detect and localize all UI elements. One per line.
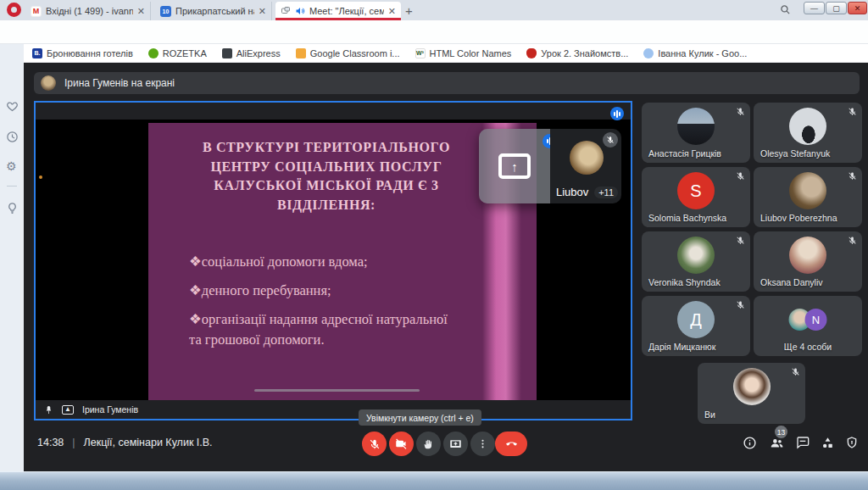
participant-name: Solomia Bachynska xyxy=(648,213,726,223)
mic-toggle-button[interactable] xyxy=(362,432,387,456)
avatar-initial: N xyxy=(805,309,827,331)
tab-search-icon[interactable] xyxy=(780,4,791,15)
sidebar-history-icon[interactable] xyxy=(6,131,19,143)
camera-toggle-button[interactable] xyxy=(389,432,414,456)
avatar xyxy=(789,108,826,145)
avatar-group: N xyxy=(789,301,827,338)
presenter-avatar xyxy=(41,75,56,91)
camera-tooltip: Увімкнути камеру (ctrl + e) xyxy=(359,409,481,426)
slide-bullet: ❖денного перебування; xyxy=(189,281,452,302)
sidebar-bookmarks-heart-icon[interactable] xyxy=(6,100,19,113)
avatar xyxy=(570,141,604,175)
mic-off-icon xyxy=(848,171,857,181)
tab-gmail[interactable]: M Вхідні (1 499) - ivanna.kuly ✕ xyxy=(25,2,151,20)
participant-name: Oksana Danyliv xyxy=(760,277,823,287)
participant-tile[interactable]: Д Дарія Мицканюк xyxy=(642,296,750,356)
avatar xyxy=(789,172,826,209)
participant-name: Liubov Poberezhna xyxy=(760,213,837,223)
sidebar-settings-gear-icon[interactable]: ⚙ xyxy=(6,159,17,173)
meeting-info: 14:38 | Лекції, семінари Кулик І.В. xyxy=(37,437,213,448)
chat-icon[interactable] xyxy=(796,436,810,449)
aliexpress-icon xyxy=(222,48,232,58)
participant-name: Liubov xyxy=(556,186,588,198)
activities-icon[interactable] xyxy=(821,436,835,450)
opera-logo-icon[interactable] xyxy=(7,3,21,17)
participant-tile[interactable]: S Solomia Bachynska xyxy=(642,167,750,227)
participant-tile[interactable]: Veronika Shyndak xyxy=(642,231,750,292)
bookmark-classroom[interactable]: Google Classroom i... xyxy=(296,48,400,58)
bookmark-lesson[interactable]: Урок 2. Знайомств... xyxy=(526,48,628,58)
pointer-dot xyxy=(39,175,42,179)
bookmark-rozetka[interactable]: ROZETKA xyxy=(148,48,207,58)
participant-thumbnail[interactable]: Liubov +11 xyxy=(550,129,621,203)
gmail-icon: M xyxy=(31,6,42,17)
bookmark-aliexpress[interactable]: AliExpress xyxy=(222,48,281,58)
window-close-button[interactable]: ✕ xyxy=(848,2,867,14)
slide-scroll-indicator xyxy=(254,389,420,392)
overflow-count-badge[interactable]: +11 xyxy=(594,187,618,198)
bookmark-ivanna[interactable]: Іванна Кулик - Goo... xyxy=(643,48,747,58)
avatar-initial: Д xyxy=(677,301,715,338)
address-bar: VPN meet.google.com/wgf-xjst-iua xyxy=(0,20,868,44)
sidebar-easy-setup-bulb-icon[interactable] xyxy=(6,202,19,214)
presentation-thumbnail[interactable]: ↑ xyxy=(479,129,550,203)
window-minimize-button[interactable]: — xyxy=(804,2,825,14)
participant-name: Дарія Мицканюк xyxy=(648,342,715,352)
window-maximize-button[interactable]: ▢ xyxy=(826,2,847,14)
tab-title: Прикарпатський національ xyxy=(175,6,254,16)
end-call-button[interactable] xyxy=(495,432,527,456)
tab-title: Meet: "Лекції, семінар xyxy=(309,6,384,16)
classroom-icon xyxy=(296,48,306,58)
thumbnail-overlay[interactable]: ↑ Liubov +11 xyxy=(479,129,621,203)
tab-close-icon[interactable]: ✕ xyxy=(388,6,396,17)
participant-tile[interactable]: Olesya Stefanyuk xyxy=(754,103,862,163)
windows-taskbar: e X W UK 14:37 10.05.2022 xyxy=(0,471,868,490)
rozetka-icon xyxy=(148,48,159,58)
tab-close-icon[interactable]: ✕ xyxy=(259,6,266,17)
meeting-title: Лекції, семінари Кулик І.В. xyxy=(84,437,213,448)
audio-playing-icon xyxy=(610,107,624,120)
avatar xyxy=(677,237,715,274)
slide-bullet-list: ❖соціальної допомоги вдома; ❖денного пер… xyxy=(189,252,452,359)
bookmark-w3-colors[interactable]: W³HTML Color Names xyxy=(415,48,512,58)
w3schools-icon: W³ xyxy=(415,48,426,58)
new-tab-button[interactable]: + xyxy=(405,3,413,18)
tab-speaker-icon[interactable] xyxy=(295,6,305,16)
mic-off-icon xyxy=(736,107,745,116)
tab-title: Вхідні (1 499) - ivanna.kuly xyxy=(46,6,133,16)
booking-icon: B. xyxy=(32,48,42,58)
participant-tile[interactable]: Liubov Poberezhna xyxy=(754,167,862,227)
mic-off-icon xyxy=(791,367,800,376)
participant-tile[interactable]: Oksana Danyliv xyxy=(754,231,862,292)
bookmark-booking[interactable]: B.Бронювання готелів xyxy=(32,48,133,58)
overflow-participants-tile[interactable]: N Ще 4 особи xyxy=(754,296,862,356)
tab-meet-active[interactable]: Meet: "Лекції, семінар ✕ xyxy=(275,2,401,20)
slide-bullet: ❖соціальної допомоги вдома; xyxy=(189,252,452,273)
present-screen-button[interactable] xyxy=(443,432,468,456)
shared-screen-top-strip xyxy=(36,103,631,120)
participant-tile[interactable]: Анастасія Грицків xyxy=(642,103,750,163)
sidebar-divider xyxy=(7,186,17,187)
mic-off-icon xyxy=(848,107,857,116)
participants-count-badge: 13 xyxy=(775,426,787,438)
mic-off-icon xyxy=(736,236,745,245)
presenting-banner: Ірина Гуменів на екрані xyxy=(34,72,860,94)
overflow-label: Ще 4 особи xyxy=(784,342,832,352)
self-view-tile[interactable]: Ви xyxy=(698,363,805,424)
meet-page: Ірина Гуменів на екрані В СТРУКТУРІ ТЕРИ… xyxy=(24,63,868,471)
profile-icon xyxy=(643,48,654,58)
tab-university[interactable]: 10 Прикарпатський національ ✕ xyxy=(155,2,272,20)
tab-close-icon[interactable]: ✕ xyxy=(137,6,145,17)
participant-name: Veronika Shyndak xyxy=(648,277,721,287)
pin-icon[interactable] xyxy=(44,405,53,415)
bookmarks-bar: B.Бронювання готелів ROZETKA AliExpress … xyxy=(24,44,868,63)
meeting-time: 14:38 xyxy=(37,437,64,448)
raise-hand-button[interactable] xyxy=(416,432,441,456)
slide-bullet: ❖організації надання адресної натурально… xyxy=(189,309,452,352)
present-screen-icon: ↑ xyxy=(498,153,531,179)
more-options-button[interactable] xyxy=(470,432,495,456)
tab-media-icon xyxy=(281,6,291,16)
meeting-details-info-icon[interactable] xyxy=(743,436,757,450)
host-controls-shield-icon[interactable] xyxy=(845,436,859,449)
screen: M Вхідні (1 499) - ivanna.kuly ✕ 10 Прик… xyxy=(0,0,868,490)
